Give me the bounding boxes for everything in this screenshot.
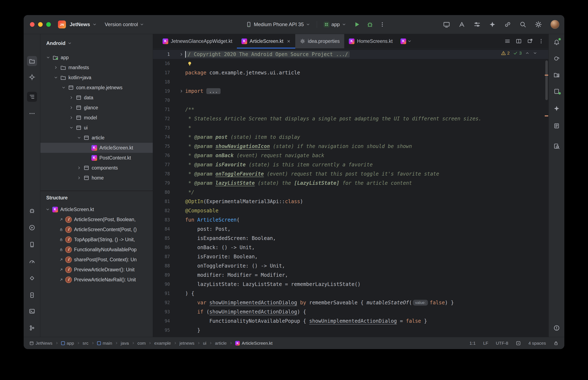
code-line-85[interactable]: 85 isExpandedScreen: Boolean, — [153, 234, 548, 243]
project-chevron-icon[interactable] — [93, 22, 97, 27]
editor-gutter[interactable]: 76 — [153, 151, 185, 160]
detach-editor-icon[interactable] — [527, 38, 533, 44]
editor-gutter[interactable]: 91 — [153, 289, 185, 298]
editor-gutter[interactable]: 94 — [153, 316, 185, 326]
chevron-right-icon[interactable] — [76, 176, 83, 180]
editor-scrollbar[interactable] — [545, 60, 548, 100]
close-tab-icon[interactable] — [287, 39, 291, 43]
editor-more-icon[interactable] — [538, 38, 544, 44]
search-everywhere-icon[interactable] — [520, 21, 526, 28]
code-line-18[interactable]: 18 — [153, 77, 548, 87]
editor-gutter[interactable]: 84 — [153, 225, 185, 234]
tree-item-kotlin-java[interactable]: kotlin+java — [41, 73, 153, 83]
readonly-lock-icon[interactable] — [553, 341, 559, 346]
version-control-tool-button[interactable] — [27, 323, 37, 333]
editor-gutter[interactable]: 73 — [153, 123, 185, 133]
chevron-right-icon[interactable] — [68, 95, 75, 100]
breadcrumb-item-example[interactable]: example — [154, 341, 171, 346]
breadcrumb-item-articlescreen-kt[interactable]: KArticleScreen.kt — [235, 341, 272, 346]
chevron-down-icon[interactable] — [68, 126, 75, 130]
device-selector[interactable]: Medium Phone API 35 — [246, 21, 310, 27]
running-devices-icon[interactable] — [552, 86, 562, 96]
tree-item-articlescreen-kt[interactable]: KArticleScreen.kt — [41, 143, 153, 153]
editor-gutter[interactable]: 70 — [153, 96, 185, 105]
code-line-1[interactable]: 1/ Copyright 2020 The Android Open Sourc… — [153, 50, 548, 59]
terminal-tool-button[interactable] — [27, 306, 37, 316]
breadcrumb-item-com[interactable]: com — [138, 341, 146, 346]
editor-gutter[interactable]: 88 — [153, 261, 185, 270]
project-tool-button[interactable] — [27, 56, 37, 66]
warnings-indicator[interactable]: 2 — [501, 51, 510, 56]
editor-gutter[interactable]: 92 — [153, 298, 185, 307]
code-line-72[interactable]: 72 * Stateless Article Screen that displ… — [153, 114, 548, 123]
chevron-right-icon[interactable] — [52, 65, 60, 70]
editor-gutter[interactable]: 78 — [153, 169, 185, 178]
editor-tab-homescreens-kt[interactable]: KHomeScreens.kt — [344, 34, 397, 48]
code-line-90[interactable]: 90 lazyListState: LazyListState = rememb… — [153, 280, 548, 289]
code-line-94[interactable]: 94 FunctionalityNotAvailablePopup { show… — [153, 316, 548, 326]
editor-gutter[interactable]: 89 — [153, 270, 185, 280]
zoom-button[interactable] — [46, 22, 51, 27]
breadcrumb-item-article[interactable]: article — [215, 341, 227, 346]
editor-gutter[interactable]: 77 — [153, 160, 185, 169]
gemini-icon[interactable] — [552, 103, 562, 114]
project-name[interactable]: JetNews — [70, 21, 90, 27]
bug-report-tool-button[interactable] — [27, 206, 37, 216]
breadcrumb-item-src[interactable]: src — [83, 341, 88, 346]
user-avatar[interactable] — [550, 20, 559, 29]
close-button[interactable] — [30, 22, 35, 27]
device-manager-tool-button[interactable] — [27, 240, 37, 249]
code-line-91[interactable]: 91) { — [153, 289, 548, 298]
structure-item[interactable]: fArticleScreen(Post, Boolean, — [41, 214, 153, 225]
tree-item-app[interactable]: app — [41, 53, 153, 62]
indent-widget[interactable]: 4 spaces — [528, 341, 546, 346]
editor-gutter[interactable]: 80 — [153, 188, 185, 197]
intention-bulb-icon[interactable] — [187, 61, 193, 66]
editor-gutter[interactable]: 81 — [153, 197, 185, 206]
code-line-87[interactable]: 87 isFavorite: Boolean, — [153, 252, 548, 261]
editor-gutter[interactable]: 79 — [153, 178, 185, 188]
tree-item-article[interactable]: article — [41, 133, 153, 143]
minimize-button[interactable] — [38, 22, 43, 27]
code-line-78[interactable]: 78 * @param onToggleFavorite (event) req… — [153, 169, 548, 178]
code-line-92[interactable]: 92 var showUnimplementedActionDialog by … — [153, 298, 548, 307]
code-line-79[interactable]: 79 * @param lazyListState (state) the [L… — [153, 178, 548, 188]
code-line-71[interactable]: 71/** — [153, 105, 548, 114]
chevron-down-icon[interactable] — [44, 207, 51, 211]
structure-item[interactable]: fTopAppBar(String, () -> Unit, — [41, 234, 153, 245]
editor-gutter[interactable]: 86 — [153, 243, 185, 252]
structure-tool-button[interactable] — [27, 92, 37, 102]
tree-item-ui[interactable]: ui — [41, 123, 153, 133]
tree-item-com-example-jetnews[interactable]: com.example.jetnews — [41, 83, 153, 93]
editor-gutter[interactable]: 74 — [153, 133, 185, 142]
editor-tab-idea-properties[interactable]: idea.properties — [295, 34, 344, 48]
debug-button[interactable] — [367, 21, 373, 28]
code-line-88[interactable]: 88 onToggleFavorite: () -> Unit, — [153, 261, 548, 270]
warning-tick[interactable] — [545, 115, 548, 116]
code-line-95[interactable]: 95 } — [153, 326, 548, 335]
editor-gutter[interactable]: 18 — [153, 77, 185, 87]
vcs-menu[interactable]: Version control — [105, 21, 144, 27]
code-editor[interactable]: 2 3 1/ Copyright 2020 The Android Open S… — [153, 49, 548, 337]
device-mirror-icon[interactable] — [443, 21, 450, 28]
chevron-right-icon[interactable] — [68, 106, 75, 110]
fold-marker-icon[interactable] — [179, 52, 183, 57]
editor-gutter[interactable]: 93 — [153, 307, 185, 316]
find-usages-icon[interactable] — [552, 141, 562, 151]
ide-errors-icon[interactable] — [552, 323, 562, 333]
code-line-86[interactable]: 86 onBack: () -> Unit, — [153, 243, 548, 252]
caret-position-widget[interactable]: 1:1 — [469, 341, 476, 346]
code-line-84[interactable]: 84 post: Post, — [153, 225, 548, 234]
breadcrumb-item-app[interactable]: app — [61, 341, 74, 346]
editor-gutter[interactable]: 95 — [153, 326, 185, 335]
editor-gutter[interactable]: 90 — [153, 280, 185, 289]
structure-item[interactable]: fPreviewArticleNavRail(): Unit — [41, 275, 153, 285]
split-editor-icon[interactable] — [516, 38, 522, 44]
commit-tool-button[interactable] — [27, 72, 37, 82]
device-explorer-icon[interactable] — [552, 70, 562, 80]
editor-gutter[interactable]: 17 — [153, 68, 185, 77]
breadcrumb-item-ui[interactable]: ui — [203, 341, 206, 346]
emulator-tool-button[interactable] — [27, 290, 37, 300]
structure-item[interactable]: fArticleScreenContent(Post, () — [41, 225, 153, 234]
prev-problem-icon[interactable] — [525, 51, 529, 55]
